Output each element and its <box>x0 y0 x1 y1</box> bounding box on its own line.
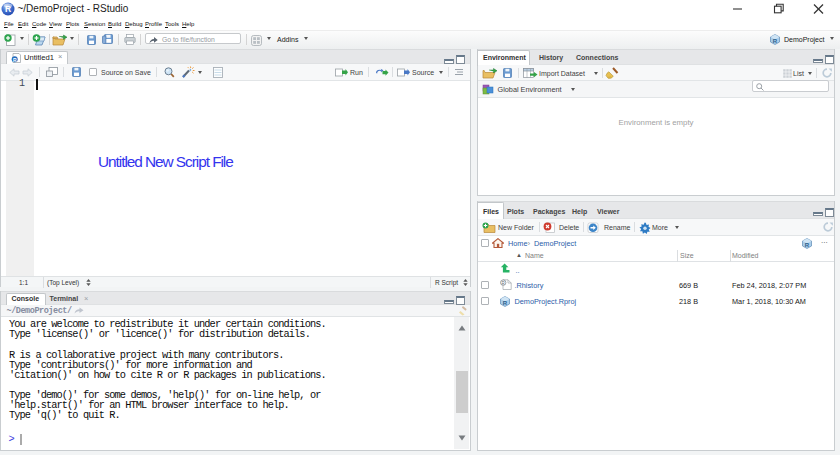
svg-text:R: R <box>503 300 508 306</box>
svg-text:R: R <box>805 242 810 248</box>
svg-text:R: R <box>773 38 778 44</box>
svg-text:R: R <box>5 4 11 14</box>
svg-text:R: R <box>13 56 17 62</box>
